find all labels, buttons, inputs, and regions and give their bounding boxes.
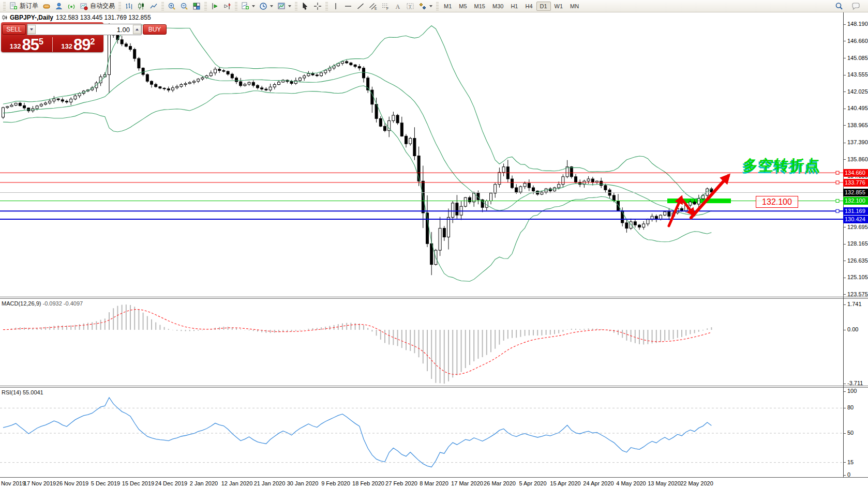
volume-increase-button[interactable] [133, 25, 141, 34]
pane-separator[interactable] [0, 297, 868, 299]
zoom-in-icon [168, 2, 176, 10]
date-label: 17 Nov 2019 [24, 480, 56, 486]
sell-price-prefix: 132 [10, 41, 21, 52]
date-label: 18 Feb 2020 [352, 480, 384, 486]
macd-axis-tick [843, 384, 846, 384]
sell-button[interactable]: SELL [2, 24, 26, 35]
buy-price[interactable]: 132 89 2 [53, 36, 104, 53]
timeframe-button-w1[interactable]: W1 [551, 2, 567, 11]
zoom-out-button[interactable] [178, 1, 190, 11]
buy-price-pip: 2 [90, 37, 95, 47]
auto-scroll-button[interactable] [208, 1, 221, 11]
volume-decrease-button[interactable] [27, 25, 36, 34]
toolbar-grip [436, 2, 439, 10]
text-label-button[interactable]: T [404, 1, 416, 11]
search-button[interactable] [833, 1, 845, 11]
line-chart-button[interactable] [147, 1, 160, 11]
toolbar-grip [204, 2, 207, 10]
macd-axis-tick [843, 330, 846, 330]
fibonacci-button[interactable]: F [379, 1, 392, 11]
price-axis-tick [843, 159, 846, 160]
price-tick-label: 137.390 [847, 139, 868, 145]
text-icon: A [394, 2, 402, 10]
chart-shift-icon [223, 2, 231, 10]
vertical-line-button[interactable] [330, 1, 342, 11]
timeframe-button-h1[interactable]: H1 [507, 2, 521, 11]
price-axis-tick [843, 244, 846, 245]
rsi-tick-label: 100 [847, 388, 857, 394]
price-tick-label: 126.635 [847, 257, 868, 264]
date-label: Nov 2019 [1, 480, 25, 486]
arrows-button[interactable] [416, 1, 435, 11]
price-axis-tick [843, 278, 846, 278]
timeframe-button-m15[interactable]: M15 [471, 2, 489, 11]
price-axis-tick [843, 227, 846, 227]
timeframe-button-m30[interactable]: M30 [489, 2, 507, 11]
tile-windows-icon [192, 2, 201, 10]
price-tick-label: 143.555 [847, 71, 868, 78]
price-axis-tick [843, 24, 846, 25]
new-order-icon [9, 2, 18, 10]
new-order-label: 新订单 [20, 2, 38, 10]
timeframe-button-mn[interactable]: MN [566, 2, 582, 11]
macd-pane-canvas[interactable] [0, 299, 843, 386]
macd-main-value: -0.0932 [42, 300, 62, 307]
horizontal-line-button[interactable] [342, 1, 354, 11]
templates-button[interactable] [275, 1, 293, 11]
indicators-button[interactable] [239, 1, 257, 11]
sell-price[interactable]: 132 85 5 [1, 36, 52, 53]
price-tick-label: 140.495 [847, 105, 868, 111]
macd-indicator-label: MACD(12,26,9) -0.0932 -0.4097 [2, 300, 83, 307]
macd-tick-label: 1.741 [847, 301, 862, 307]
price-axis-tick [843, 261, 846, 261]
signals-button[interactable] [65, 1, 78, 11]
trendline-button[interactable] [354, 1, 367, 11]
timeframe-toolbar: M1M5M15M30H1H4D1W1MN [440, 1, 582, 11]
text-button[interactable]: A [392, 1, 404, 11]
rsi-value: 55.0041 [23, 389, 43, 395]
price-axis-tick [843, 294, 846, 295]
chart-title-icon [2, 15, 7, 20]
tile-windows-button[interactable] [190, 1, 203, 11]
price-badge-134.660: 134.660 [843, 169, 868, 177]
rsi-tick-label: 50 [847, 430, 854, 436]
cursor-button[interactable] [299, 1, 311, 11]
chart-shift-button[interactable] [221, 1, 233, 11]
buy-button[interactable]: BUY [143, 24, 167, 35]
navigator-button[interactable] [53, 1, 65, 11]
price-badge-132.855: 132.855 [843, 189, 868, 196]
level-132100-label[interactable]: 132.100 [756, 196, 798, 208]
price-chart-canvas[interactable] [0, 12, 843, 297]
auto-trading-label: 自动交易 [90, 2, 115, 10]
timeframe-button-m5[interactable]: M5 [455, 2, 470, 11]
timeframe-button-d1[interactable]: D1 [536, 2, 551, 11]
toolbox-button[interactable] [40, 1, 53, 11]
rsi-pane-canvas[interactable] [0, 388, 843, 477]
timeframe-button-m1[interactable]: M1 [440, 2, 455, 11]
periods-icon [259, 2, 267, 10]
chart-title: GBPJPY-,Daily 132.583 133.445 131.769 13… [2, 14, 151, 21]
bars-chart-button[interactable] [123, 1, 135, 11]
price-axis-tick [843, 91, 846, 92]
volume-input[interactable] [36, 26, 133, 34]
new-order-button[interactable]: 新订单 [7, 1, 40, 11]
one-click-trading-panel: SELL BUY 132 85 5 132 89 2 [1, 22, 103, 52]
turning-point-annotation: 多空转折点 [743, 156, 821, 175]
rsi-name: RSI(14) [2, 389, 21, 395]
chat-button[interactable] [849, 1, 862, 11]
svg-text:A: A [396, 3, 400, 10]
price-axis-tick [843, 75, 846, 75]
templates-icon [277, 2, 286, 10]
zoom-in-button[interactable] [166, 1, 178, 11]
channel-button[interactable]: E [367, 1, 379, 11]
candlestick-chart-button[interactable] [135, 1, 147, 11]
level-handle [836, 200, 839, 203]
auto-trading-button[interactable]: 自动交易 [78, 1, 117, 11]
sell-price-big: 85 [22, 38, 38, 52]
timeframe-button-h4[interactable]: H4 [521, 2, 536, 11]
periods-button[interactable] [257, 1, 275, 11]
pane-separator[interactable] [0, 386, 868, 388]
date-label: 8 Mar 2020 [420, 480, 448, 486]
crosshair-button[interactable] [311, 1, 324, 11]
chart-symbol-period: GBPJPY-,Daily [10, 14, 53, 21]
